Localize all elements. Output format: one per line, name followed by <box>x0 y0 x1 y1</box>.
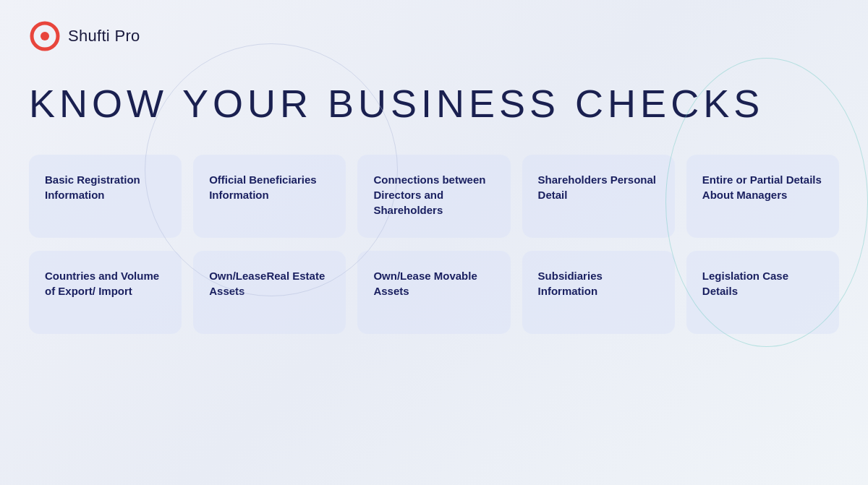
cards-row-2: Countries and Volume of Export/ Import O… <box>29 251 839 334</box>
cards-section: Basic Registration Information Official … <box>0 126 868 334</box>
card-subsidiaries-info: Subsidiaries Information <box>522 251 675 334</box>
card-legislation-case-text: Legislation Case Details <box>702 268 823 299</box>
card-shareholders-personal-text: Shareholders Personal Detail <box>538 172 659 202</box>
card-entire-partial-managers-text: Entire or Partial Details About Managers <box>702 172 823 202</box>
card-own-lease-real-text: Own/LeaseReal Estate Assets <box>209 268 330 299</box>
card-own-lease-movable-text: Own/Lease Movable Assets <box>373 268 494 299</box>
logo: Shufti Pro <box>29 20 140 52</box>
page-title: KNOW YOUR BUSINESS CHECKS <box>0 52 868 126</box>
logo-icon <box>29 20 61 52</box>
header: Shufti Pro <box>0 0 868 52</box>
svg-point-1 <box>41 32 49 40</box>
card-countries-export: Countries and Volume of Export/ Import <box>29 251 182 334</box>
card-countries-export-text: Countries and Volume of Export/ Import <box>45 268 166 299</box>
card-basic-registration-text: Basic Registration Information <box>45 172 166 202</box>
logo-brand-light: Pro <box>110 27 140 45</box>
card-entire-partial-managers: Entire or Partial Details About Managers <box>686 155 839 238</box>
card-official-beneficiaries-text: Official Beneficiaries Information <box>209 172 330 202</box>
cards-row-1: Basic Registration Information Official … <box>29 155 839 238</box>
card-own-lease-movable: Own/Lease Movable Assets <box>357 251 510 334</box>
card-connections-directors-text: Connections between Directors and Shareh… <box>373 172 494 218</box>
card-legislation-case: Legislation Case Details <box>686 251 839 334</box>
card-shareholders-personal: Shareholders Personal Detail <box>522 155 675 238</box>
card-own-lease-real: Own/LeaseReal Estate Assets <box>193 251 346 334</box>
card-official-beneficiaries: Official Beneficiaries Information <box>193 155 346 238</box>
card-subsidiaries-info-text: Subsidiaries Information <box>538 268 659 299</box>
logo-brand-bold: Shufti <box>68 27 110 45</box>
card-basic-registration: Basic Registration Information <box>29 155 182 238</box>
logo-text: Shufti Pro <box>68 27 140 46</box>
card-connections-directors: Connections between Directors and Shareh… <box>357 155 510 238</box>
